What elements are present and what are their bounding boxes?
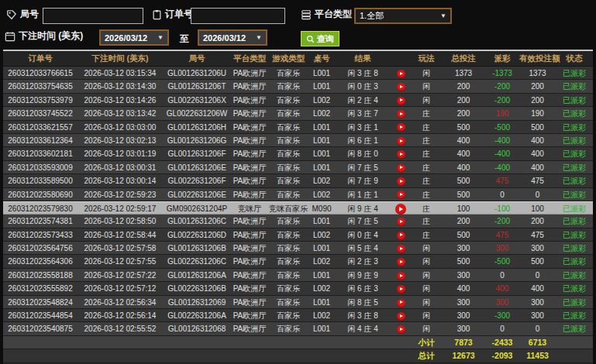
replay-play-icon[interactable] xyxy=(397,70,405,78)
cell-status: 已派彩 xyxy=(556,269,593,282)
replay-play-icon[interactable] xyxy=(397,164,405,173)
cell-valid: 400 xyxy=(519,282,556,295)
cell-order: 260312023580690 xyxy=(3,188,78,201)
cell-table: L002 xyxy=(308,94,335,107)
table-row[interactable]: 2603120235448542026-03-12 02:56:14GL0022… xyxy=(3,309,593,322)
cell-game: 竞咪百家乐 xyxy=(268,202,308,215)
table-row[interactable]: 2603120336021812026-03-12 03:01:19GL0012… xyxy=(3,147,593,160)
cell-playtype: 庄 xyxy=(411,215,442,228)
replay-play-icon[interactable] xyxy=(397,232,405,240)
cell-valid: 0 xyxy=(519,269,556,282)
cell-table: M090 xyxy=(308,202,335,215)
cell-time: 2026-03-12 03:13:42 xyxy=(78,107,163,120)
column-header: 局号 xyxy=(163,52,231,65)
cell-order: 260312033766615 xyxy=(3,67,78,80)
table-row[interactable]: 2603120235798302026-03-12 02:59:17GM0902… xyxy=(3,201,593,215)
cell-playtype: 闲 xyxy=(411,296,442,309)
table-row[interactable]: 2603120235647562026-03-12 02:57:58GL0012… xyxy=(3,242,593,255)
cell-bet: 500 xyxy=(442,255,485,268)
table-row[interactable]: 2603120335895002026-03-12 03:00:14GL0022… xyxy=(3,174,593,187)
column-header: 派彩 xyxy=(485,52,519,65)
replay-play-icon[interactable] xyxy=(397,177,405,186)
total-row-label: 总计 xyxy=(411,349,442,362)
cell-round: GL0022631206B xyxy=(163,282,231,295)
table-row[interactable]: 2603120337455222026-03-12 03:13:42GL0022… xyxy=(3,107,593,120)
cell-order: 260312033753979 xyxy=(3,94,78,107)
cell-payout: 300 xyxy=(485,242,519,255)
cell-platform: PA欧洲厅 xyxy=(231,242,268,255)
cell-game: 百家乐 xyxy=(268,80,308,93)
cell-round: GL0012631206G xyxy=(163,134,231,147)
cell-valid: 190 xyxy=(519,107,556,120)
round-number-label: 局号 xyxy=(20,8,39,21)
round-number-input[interactable] xyxy=(43,8,143,24)
cell-platform: PA欧洲厅 xyxy=(231,309,268,322)
replay-play-icon[interactable] xyxy=(397,299,405,307)
cell-status: 已派彩 xyxy=(556,80,593,93)
cell-table: L002 xyxy=(308,228,335,242)
cell-table: L002 xyxy=(308,255,335,268)
replay-play-icon[interactable] xyxy=(397,312,405,321)
replay-play-icon[interactable] xyxy=(397,285,405,294)
replay-play-icon[interactable] xyxy=(397,137,405,146)
replay-play-icon[interactable] xyxy=(397,123,405,132)
cell-bet: 400 xyxy=(442,134,485,147)
replay-play-icon[interactable] xyxy=(397,325,405,334)
column-header: 玩法 xyxy=(411,52,442,65)
cell-payout: -500 xyxy=(485,121,519,134)
cell-platform: PA欧洲厅 xyxy=(231,282,268,295)
replay-play-icon[interactable] xyxy=(397,191,405,199)
order-number-input[interactable] xyxy=(191,8,285,24)
date-to-picker[interactable]: 2026/03/12 ▼ xyxy=(198,29,267,46)
cell-order: 260312023574381 xyxy=(3,215,78,228)
table-row[interactable]: 2603120235558922026-03-12 02:57:12GL0022… xyxy=(3,282,593,295)
replay-cell xyxy=(391,242,411,255)
cell-payout: -200 xyxy=(485,215,519,228)
cell-bet: 100 xyxy=(442,202,485,215)
table-row[interactable]: 2603120235408752026-03-12 02:55:52GL0012… xyxy=(3,322,593,335)
platform-type-select[interactable]: 1.全部 ▼ xyxy=(354,8,452,24)
replay-cell xyxy=(391,121,411,134)
cell-status: 已派彩 xyxy=(556,255,593,268)
replay-play-icon[interactable] xyxy=(397,245,405,253)
cell-time: 2026-03-12 02:57:12 xyxy=(78,282,163,295)
table-row[interactable]: 2603120337539792026-03-12 03:14:26GL0022… xyxy=(3,94,593,107)
replay-play-icon[interactable] xyxy=(397,258,405,266)
cell-time: 2026-03-12 02:55:52 xyxy=(78,322,163,335)
search-button[interactable]: 查询 xyxy=(301,31,339,46)
table-row[interactable]: 2603120235743812026-03-12 02:58:50GL0012… xyxy=(3,215,593,228)
cell-platform: PA欧洲厅 xyxy=(231,107,268,120)
replay-play-icon[interactable] xyxy=(397,97,405,105)
replay-play-icon[interactable] xyxy=(397,150,405,159)
cell-status: 已派彩 xyxy=(556,309,593,322)
cell-round: GL0012631206B xyxy=(163,242,231,255)
table-row[interactable]: 2603120337666152026-03-12 03:15:34GL0012… xyxy=(3,67,593,80)
replay-play-icon[interactable] xyxy=(397,218,405,226)
replay-play-icon[interactable] xyxy=(397,83,405,91)
replay-play-icon[interactable] xyxy=(397,272,405,280)
cell-platform: 竞咪厅 xyxy=(231,202,268,215)
table-row[interactable]: 2603120235581882026-03-12 02:57:22GL0012… xyxy=(3,269,593,282)
cell-payout: 475 xyxy=(485,228,519,242)
table-row[interactable]: 2603120235734332026-03-12 02:58:44GL0022… xyxy=(3,228,593,242)
replay-play-icon[interactable] xyxy=(397,110,405,118)
cell-result: 闲 6 庄 3 xyxy=(335,282,391,295)
table-row[interactable]: 2603120336123642026-03-12 03:02:13GL0012… xyxy=(3,134,593,147)
date-from-picker[interactable]: 2026/03/12 ▼ xyxy=(99,29,169,46)
column-header: 结果 xyxy=(335,52,391,65)
table-row[interactable]: 2603120336215572026-03-12 03:03:00GL0012… xyxy=(3,121,593,134)
replay-cell xyxy=(391,107,411,120)
cell-table: L002 xyxy=(308,107,335,120)
cell-payout: 475 xyxy=(485,174,519,187)
table-row[interactable]: 2603120235643062026-03-12 02:57:55GL0022… xyxy=(3,255,593,268)
replay-play-icon[interactable] xyxy=(395,204,406,215)
table-row[interactable]: 2603120235806902026-03-12 02:59:23GL0022… xyxy=(3,188,593,201)
cell-payout: -100 xyxy=(485,202,519,215)
column-header: 游戏类型 xyxy=(268,52,308,65)
table-row[interactable]: 2603120337546352026-03-12 03:14:30GL0012… xyxy=(3,80,593,93)
date-to-value: 2026/03/12 xyxy=(203,33,246,43)
table-row[interactable]: 2603120335930092026-03-12 03:00:31GL0012… xyxy=(3,161,593,174)
table-row[interactable]: 2603120235488242026-03-12 02:56:34GL0012… xyxy=(3,296,593,309)
cell-valid: 1373 xyxy=(519,67,556,80)
cell-time: 2026-03-12 03:03:00 xyxy=(78,121,163,134)
